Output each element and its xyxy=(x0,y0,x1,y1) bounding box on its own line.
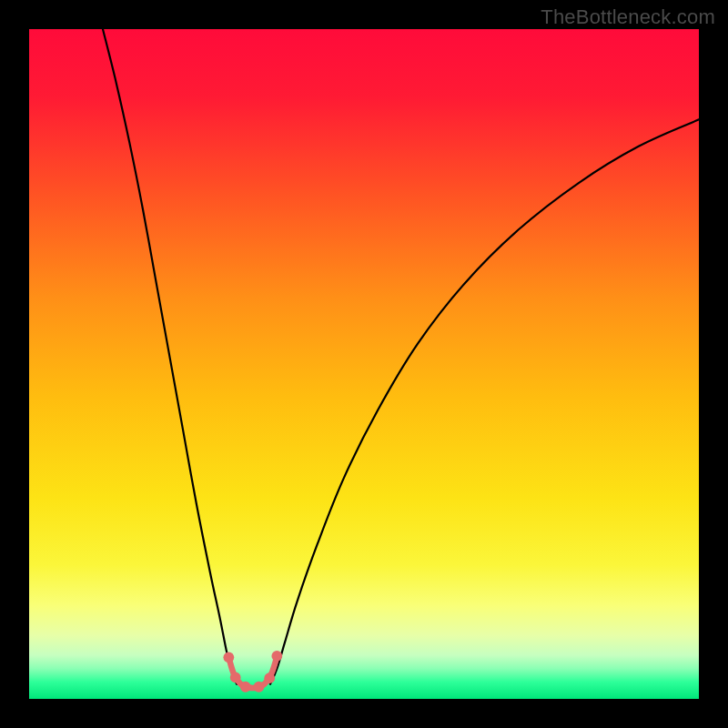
chart-background xyxy=(29,29,699,699)
marker-2 xyxy=(240,682,251,693)
marker-3 xyxy=(254,682,265,693)
marker-1 xyxy=(230,672,241,683)
attribution-label: TheBottleneck.com xyxy=(541,5,715,29)
plot-area xyxy=(29,29,699,699)
chart-svg xyxy=(29,29,699,699)
marker-4 xyxy=(264,672,275,683)
chart-frame: TheBottleneck.com xyxy=(0,0,728,728)
marker-5 xyxy=(271,651,282,662)
marker-0 xyxy=(223,652,234,662)
